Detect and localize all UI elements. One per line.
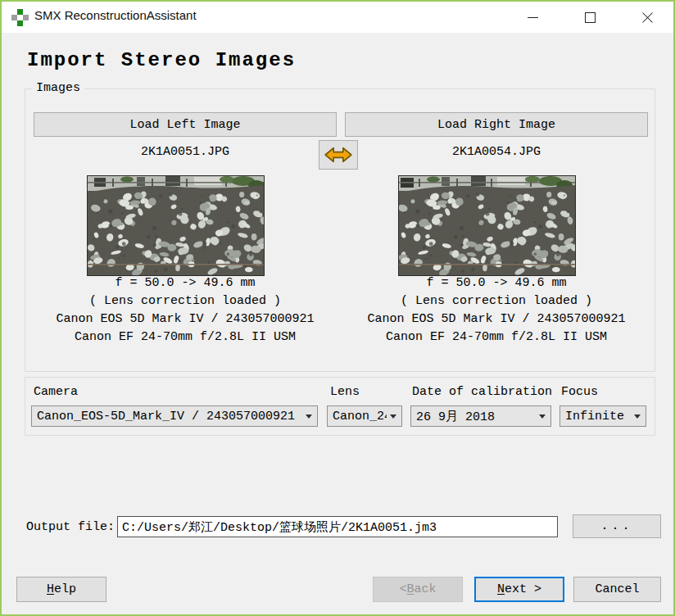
right-filename: 2K1A0054.JPG [345, 145, 648, 159]
load-right-image-button[interactable]: Load Right Image [345, 112, 648, 137]
right-camera-info: Canon EOS 5D Mark IV / 243057000921 [345, 310, 648, 328]
chevron-down-icon [306, 414, 312, 419]
swap-arrows-icon [322, 145, 355, 165]
focus-label: Focus [561, 385, 598, 399]
page-title: Import Stereo Images [27, 49, 296, 71]
lens-select-value: Canon_24- [333, 410, 387, 424]
back-button[interactable]: < Back [373, 577, 463, 602]
chevron-down-icon [634, 414, 641, 419]
camera-select-value: Canon_EOS-5D_Mark_IV / 243057000921 [37, 410, 302, 424]
lens-select[interactable]: Canon_24- [327, 405, 402, 427]
left-image-info: f = 50.0 -> 49.6 mm ( Lens correction lo… [34, 274, 337, 346]
images-group-label: Images [32, 81, 84, 95]
right-focal-length: f = 50.0 -> 49.6 mm [345, 274, 648, 292]
chevron-down-icon [539, 414, 546, 419]
swap-images-button[interactable] [319, 140, 358, 170]
right-lens-correction: ( Lens correction loaded ) [345, 292, 648, 310]
chevron-down-icon [390, 414, 396, 419]
titlebar: SMX ReconstructionAssistant [2, 2, 673, 33]
help-button[interactable]: Help [16, 577, 106, 602]
window-title: SMX ReconstructionAssistant [34, 8, 197, 22]
minimize-button[interactable] [514, 2, 550, 33]
window: SMX ReconstructionAssistant Import Stere… [0, 0, 675, 616]
maximize-icon [585, 12, 596, 23]
right-image-preview [398, 175, 576, 276]
minimize-icon [528, 17, 538, 18]
date-select-value: 26 9月 2018 [416, 409, 536, 424]
camera-label: Camera [34, 385, 78, 399]
left-focal-length: f = 50.0 -> 49.6 mm [34, 274, 337, 292]
load-left-image-button[interactable]: Load Left Image [34, 112, 337, 137]
left-lens-info: Canon EF 24-70mm f/2.8L II USM [34, 328, 337, 346]
left-camera-info: Canon EOS 5D Mark IV / 243057000921 [34, 310, 337, 328]
left-filename: 2K1A0051.JPG [34, 145, 337, 159]
camera-select[interactable]: Canon_EOS-5D_Mark_IV / 243057000921 [31, 405, 318, 427]
date-of-calibration-label: Date of calibration [412, 385, 552, 399]
browse-button[interactable]: ... [573, 514, 661, 538]
calibration-group: Camera Lens Date of calibration Focus Ca… [25, 377, 655, 436]
left-image-preview [87, 175, 265, 276]
left-lens-correction: ( Lens correction loaded ) [34, 292, 337, 310]
maximize-button[interactable] [572, 2, 608, 33]
right-lens-info: Canon EF 24-70mm f/2.8L II USM [345, 328, 648, 346]
focus-select[interactable]: Infinite [559, 405, 646, 427]
output-file-label: Output file: [26, 520, 115, 534]
focus-select-value: Infinite [565, 410, 631, 424]
cancel-button[interactable]: Cancel [573, 577, 661, 602]
close-button[interactable] [629, 2, 665, 33]
close-icon [641, 11, 654, 24]
right-image-info: f = 50.0 -> 49.6 mm ( Lens correction lo… [345, 274, 648, 346]
lens-label: Lens [330, 385, 360, 399]
output-file-input[interactable] [117, 516, 558, 537]
smx-app-icon [11, 9, 29, 26]
next-button[interactable]: Next > [474, 577, 564, 602]
date-of-calibration-select[interactable]: 26 9月 2018 [410, 405, 551, 427]
images-group: Images Load Left Image Load Right Image … [25, 88, 655, 372]
